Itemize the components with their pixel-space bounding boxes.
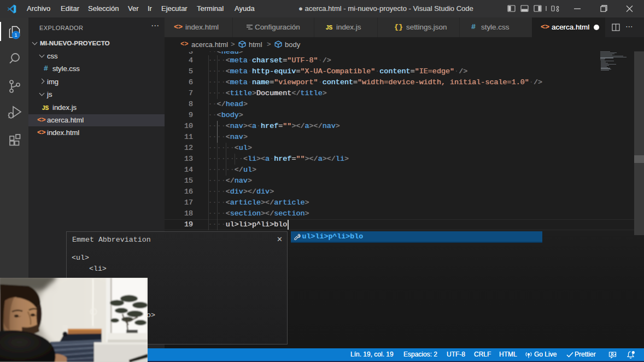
- svg-text:1: 1: [14, 32, 17, 38]
